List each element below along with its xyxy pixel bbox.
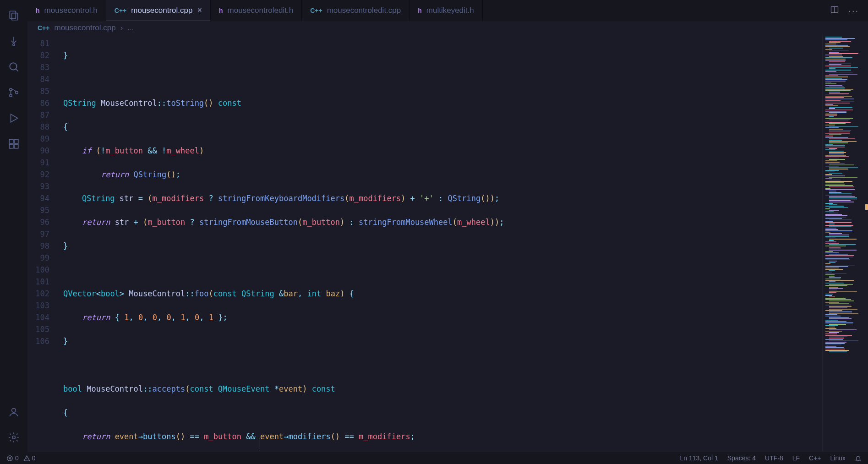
warnings-count: 0 xyxy=(32,454,36,462)
tab-label: mousecontrol.h xyxy=(44,6,98,15)
breadcrumb-file: mousecontrol.cpp xyxy=(54,23,115,33)
chevron-right-icon: › xyxy=(120,23,123,33)
status-encoding[interactable]: UTF-8 xyxy=(765,454,783,462)
svg-rect-0 xyxy=(10,11,16,18)
notifications-icon[interactable] xyxy=(855,455,862,462)
status-eol[interactable]: LF xyxy=(792,454,800,462)
tab-label: mousecontroledit.h xyxy=(228,6,294,15)
tab-label: mousecontrol.cpp xyxy=(131,6,192,15)
status-indentation[interactable]: Spaces: 4 xyxy=(727,454,756,462)
errors-count: 0 xyxy=(15,454,19,462)
svg-rect-9 xyxy=(9,144,13,148)
tab-mousecontrol-cpp[interactable]: C++ mousecontrol.cpp × xyxy=(106,0,211,21)
svg-point-2 xyxy=(13,44,15,45)
close-icon[interactable]: × xyxy=(197,5,202,15)
code-content[interactable]: } QString MouseControl::toString() const… xyxy=(60,35,822,452)
tab-multikeyedit-h[interactable]: h multikeyedit.h xyxy=(409,0,483,21)
more-actions-icon[interactable]: ··· xyxy=(848,5,859,16)
breadcrumb[interactable]: C++ mousecontrol.cpp › ... xyxy=(27,21,868,35)
svg-point-11 xyxy=(12,408,16,412)
status-cursor-position[interactable]: Ln 113, Col 1 xyxy=(680,454,718,462)
line-number-gutter: 8182838485868788899091929394959697989910… xyxy=(27,35,60,452)
cpp-file-icon: C++ xyxy=(310,7,322,14)
source-control-icon[interactable] xyxy=(3,82,25,104)
tab-mousecontrol-h[interactable]: h mousecontrol.h xyxy=(27,0,106,21)
tab-label: multikeyedit.h xyxy=(426,6,474,15)
status-bar: 0 0 Ln 113, Col 1 Spaces: 4 UTF-8 LF C++… xyxy=(0,452,868,464)
cpp-file-icon: C++ xyxy=(38,24,49,32)
svg-point-3 xyxy=(10,63,16,70)
explorer-icon[interactable] xyxy=(3,5,25,27)
tab-mousecontroledit-h[interactable]: h mousecontroledit.h xyxy=(211,0,302,21)
svg-point-4 xyxy=(10,88,12,91)
extensions-icon[interactable] xyxy=(3,133,25,155)
svg-rect-1 xyxy=(12,13,18,20)
account-icon[interactable] xyxy=(3,401,25,423)
status-language[interactable]: C++ xyxy=(809,454,821,462)
settings-gear-icon[interactable] xyxy=(3,426,25,448)
status-problems[interactable]: 0 0 xyxy=(6,454,36,462)
status-os[interactable]: Linux xyxy=(830,454,846,462)
svg-rect-10 xyxy=(14,144,18,148)
svg-point-5 xyxy=(10,94,12,97)
run-debug-icon[interactable] xyxy=(3,107,25,129)
svg-point-6 xyxy=(16,91,18,93)
svg-rect-7 xyxy=(9,139,13,143)
svg-point-12 xyxy=(12,436,16,439)
minimap[interactable] xyxy=(822,35,868,452)
split-editor-icon[interactable] xyxy=(830,5,839,16)
activity-bar xyxy=(0,0,27,452)
tab-mousecontroledit-cpp[interactable]: C++ mousecontroledit.cpp xyxy=(302,0,409,21)
cpp-file-icon: C++ xyxy=(115,7,126,14)
code-editor[interactable]: 8182838485868788899091929394959697989910… xyxy=(27,35,822,452)
svg-rect-8 xyxy=(14,139,18,143)
tab-label: mousecontroledit.cpp xyxy=(327,6,401,15)
source-control-incoming-icon[interactable] xyxy=(3,30,25,52)
header-file-icon: h xyxy=(219,7,223,14)
editor-tabs: h mousecontrol.h C++ mousecontrol.cpp × … xyxy=(27,0,868,21)
breadcrumb-trail: ... xyxy=(127,23,134,33)
header-file-icon: h xyxy=(418,7,422,14)
search-icon[interactable] xyxy=(3,56,25,78)
header-file-icon: h xyxy=(36,7,40,14)
